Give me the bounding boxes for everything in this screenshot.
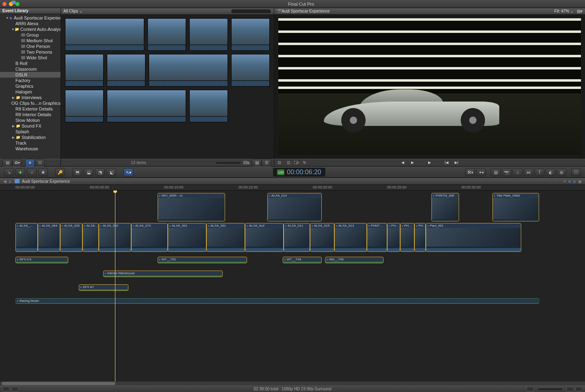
- storyline-clip[interactable]: ALXA_015: [310, 223, 334, 252]
- clip-thumbnail[interactable]: [107, 90, 186, 122]
- library-item[interactable]: Factory: [0, 78, 61, 83]
- storyline-clip[interactable]: ALXA_011: [284, 223, 310, 252]
- media-browser-button[interactable]: ▤: [491, 168, 500, 176]
- library-item[interactable]: OG Clips fo…n Graphics: [0, 100, 61, 106]
- overwrite-clip-button[interactable]: ⬕: [106, 168, 116, 176]
- library-view-toggle[interactable]: ▤: [2, 159, 12, 167]
- select-tool-button[interactable]: ↖▾: [124, 168, 133, 176]
- skimming-button[interactable]: ⎋: [573, 179, 576, 184]
- scrollbar-thumb[interactable]: [2, 382, 115, 385]
- loop-button[interactable]: ↻: [301, 160, 308, 165]
- disclosure-triangle-icon[interactable]: ▶: [11, 96, 15, 100]
- disclosure-triangle-icon[interactable]: ▶: [11, 124, 15, 128]
- storyline-clip[interactable]: PH…: [400, 223, 414, 252]
- insert-clip-button[interactable]: ⬓: [84, 168, 93, 176]
- viewer-canvas[interactable]: [278, 18, 581, 155]
- audio-clip[interactable]: SFX A7: [79, 284, 128, 291]
- append-clip-button[interactable]: ⬔: [95, 168, 105, 176]
- next-frame-button[interactable]: ▶|: [453, 160, 460, 165]
- audio-clip[interactable]: Interior Warehouse: [103, 271, 223, 277]
- generators-browser-button[interactable]: ◐: [546, 168, 555, 176]
- playhead[interactable]: [115, 191, 115, 381]
- keyword-button[interactable]: ✚: [15, 168, 25, 176]
- storyline-clip[interactable]: ALXA_001: [206, 223, 245, 252]
- library-tree[interactable]: ▼ ★ Audi Sportscar Experience ARRI Alexa…: [0, 14, 61, 159]
- audio-lane-3[interactable]: SFX A7: [0, 284, 585, 292]
- keyword-editor-button[interactable]: 🔑: [55, 168, 65, 176]
- clip-thumbnail[interactable]: [107, 54, 145, 87]
- music-browser-button[interactable]: ♫: [513, 168, 522, 176]
- clip-thumbnail[interactable]: [149, 54, 228, 87]
- connected-clip[interactable]: Title Plate_RAW: [492, 193, 539, 221]
- connected-clip[interactable]: ALXA_014: [267, 193, 322, 221]
- prev-edit-button[interactable]: ◀: [400, 160, 406, 165]
- clip-filter-button[interactable]: ☰: [262, 159, 271, 167]
- zoom-in-button[interactable]: [566, 387, 574, 392]
- primary-storyline[interactable]: ALXA_…ALXA_064ALXA_020ALXA…ALXA_062ALXA_…: [0, 223, 585, 253]
- clip-thumbnail[interactable]: [65, 18, 144, 51]
- audio-clip[interactable]: SFX 0.9: [15, 257, 68, 263]
- connected-clip[interactable]: MVI_0005 - v1: [158, 193, 225, 221]
- storyline-clip[interactable]: PH…: [414, 223, 426, 252]
- clip-height-button[interactable]: [575, 387, 583, 392]
- storyline-clip[interactable]: ALXA_073: [131, 223, 168, 252]
- storyline-clip[interactable]: ALXA_020: [60, 223, 82, 252]
- connected-clip[interactable]: PHNTM_006: [431, 193, 459, 221]
- disclosure-triangle-icon[interactable]: ▶: [11, 136, 15, 139]
- clip-appearance-button[interactable]: ▤: [252, 159, 262, 167]
- play-reverse-button[interactable]: ▶: [410, 160, 416, 165]
- disclosure-triangle-icon[interactable]: ▼: [6, 16, 9, 20]
- inspector-button[interactable]: ⓘ: [571, 168, 581, 176]
- solo-button[interactable]: ◉: [578, 179, 582, 184]
- browser-filter[interactable]: All Clips ⌄: [63, 9, 82, 13]
- play-button[interactable]: ▶: [427, 160, 433, 165]
- library-item[interactable]: R8 Exterior Details: [0, 106, 61, 112]
- audio-clip[interactable]: Racing Music: [15, 298, 539, 304]
- library-item[interactable]: ▶📁Stabilization: [0, 134, 61, 140]
- import-button[interactable]: ↘: [4, 168, 14, 176]
- library-item[interactable]: Group: [0, 32, 61, 38]
- event-item[interactable]: ▼ ★ Audi Sportscar Experience: [0, 15, 61, 21]
- library-action-menu[interactable]: ✿▾: [12, 159, 22, 167]
- timecode-display[interactable]: 100 00:00:06:20: [273, 167, 326, 177]
- viewer-options-icon[interactable]: ▤▾: [577, 9, 583, 13]
- library-item[interactable]: Splash: [0, 129, 61, 134]
- storyline-clip[interactable]: ALXA_…: [15, 223, 38, 252]
- zoom-window-button[interactable]: [15, 2, 20, 6]
- connect-clip-button[interactable]: ⬒: [72, 168, 82, 176]
- storyline-clip[interactable]: ALXA_013: [334, 223, 367, 252]
- library-item[interactable]: ARRI Alexa: [0, 21, 61, 26]
- clip-thumbnail[interactable]: [147, 18, 186, 51]
- themes-browser-button[interactable]: ⊞: [557, 168, 566, 176]
- timeline-tracks[interactable]: MVI_0005 - v1ALXA_014PHNTM_006Title Plat…: [0, 191, 585, 381]
- music-lane[interactable]: Racing Music: [0, 297, 585, 305]
- storyline-clip[interactable]: PHNT…: [367, 223, 387, 252]
- search-input[interactable]: [231, 9, 271, 14]
- library-item[interactable]: DSLR: [0, 72, 61, 78]
- thumbnail-zoom-slider[interactable]: [216, 162, 240, 164]
- prev-frame-button[interactable]: |◀: [444, 160, 450, 165]
- history-back-button[interactable]: ◀: [3, 179, 6, 184]
- clip-thumbnail[interactable]: [231, 54, 270, 87]
- reject-button[interactable]: ✖: [38, 168, 48, 176]
- clip-thumbnail[interactable]: [231, 18, 270, 51]
- timeline-index-button[interactable]: ≡: [563, 179, 566, 184]
- audio-clip[interactable]: WT__T01: [158, 257, 247, 263]
- storyline-clip[interactable]: ALXA…: [82, 223, 99, 252]
- library-item[interactable]: Graphics: [0, 83, 61, 89]
- timeline-panel[interactable]: 00:00:00:0000:00:05:0000:00:10:0000:00:1…: [0, 185, 585, 386]
- fullscreen-button[interactable]: ⛶: [292, 160, 299, 165]
- library-item[interactable]: Slow Motion: [0, 117, 61, 123]
- library-item[interactable]: Two Persons: [0, 49, 61, 55]
- library-item[interactable]: One Person: [0, 43, 61, 49]
- library-item[interactable]: Wide Shot: [0, 55, 61, 61]
- timeline-zoom-slider[interactable]: [538, 388, 562, 390]
- timeline-ruler[interactable]: 00:00:00:0000:00:05:0000:00:10:0000:00:1…: [0, 185, 585, 191]
- zoom-out-button[interactable]: [526, 387, 534, 392]
- library-item[interactable]: Medium Shot: [0, 38, 61, 43]
- storyline-clip[interactable]: ALXA_064: [38, 223, 60, 252]
- audio-lane-2[interactable]: Interior Warehouse: [0, 270, 585, 278]
- clip-appearance-toggle[interactable]: [11, 387, 19, 392]
- crop-tool-button[interactable]: ◫: [285, 160, 292, 165]
- storyline-clip[interactable]: PH…: [387, 223, 400, 252]
